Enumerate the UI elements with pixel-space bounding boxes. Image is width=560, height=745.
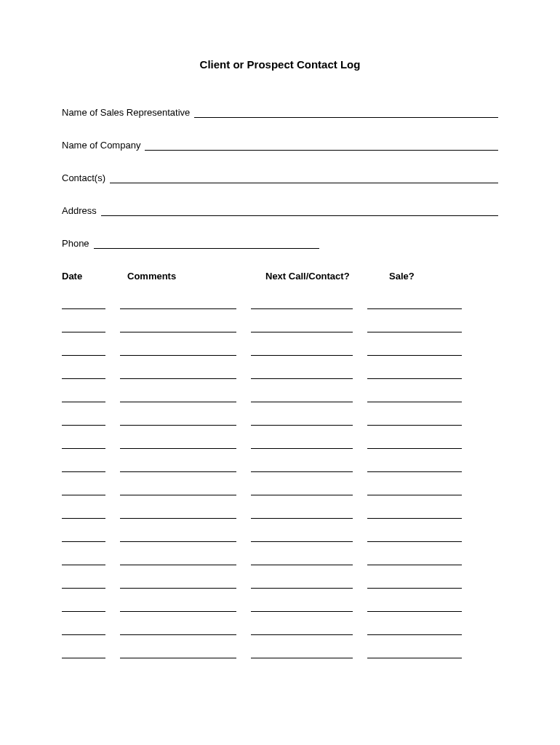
cell-comments[interactable] bbox=[120, 463, 236, 472]
table-row bbox=[62, 324, 498, 332]
address-field: Address bbox=[62, 205, 498, 216]
cell-sale[interactable] bbox=[367, 370, 462, 379]
cell-next[interactable] bbox=[251, 463, 353, 472]
cell-next[interactable] bbox=[251, 557, 353, 565]
cell-date[interactable] bbox=[62, 510, 105, 519]
cell-comments[interactable] bbox=[120, 603, 236, 612]
cell-comments[interactable] bbox=[120, 557, 236, 565]
cell-comments[interactable] bbox=[120, 347, 236, 356]
company-field: Name of Company bbox=[62, 140, 498, 151]
cell-sale[interactable] bbox=[367, 487, 462, 495]
cell-comments[interactable] bbox=[120, 440, 236, 449]
company-label: Name of Company bbox=[62, 140, 140, 151]
cell-next[interactable] bbox=[251, 324, 353, 332]
cell-next[interactable] bbox=[251, 626, 353, 635]
cell-comments[interactable] bbox=[120, 487, 236, 495]
table-row bbox=[62, 370, 498, 379]
address-line[interactable] bbox=[101, 206, 498, 216]
cell-next[interactable] bbox=[251, 650, 353, 658]
header-comments: Comments bbox=[127, 271, 265, 282]
address-label: Address bbox=[62, 205, 97, 216]
table-row bbox=[62, 533, 498, 542]
contacts-field: Contact(s) bbox=[62, 172, 498, 183]
cell-next[interactable] bbox=[251, 603, 353, 612]
cell-next[interactable] bbox=[251, 394, 353, 402]
company-line[interactable] bbox=[145, 140, 498, 151]
cell-date[interactable] bbox=[62, 440, 105, 449]
cell-sale[interactable] bbox=[367, 347, 462, 356]
table-row bbox=[62, 300, 498, 309]
sales-rep-line[interactable] bbox=[194, 108, 498, 118]
table-row bbox=[62, 580, 498, 589]
cell-comments[interactable] bbox=[120, 510, 236, 519]
phone-field: Phone bbox=[62, 238, 498, 249]
header-next: Next Call/Contact? bbox=[265, 271, 389, 282]
cell-comments[interactable] bbox=[120, 324, 236, 332]
table-body bbox=[62, 300, 498, 658]
cell-comments[interactable] bbox=[120, 580, 236, 589]
table-row bbox=[62, 463, 498, 472]
header-date: Date bbox=[62, 271, 127, 282]
cell-next[interactable] bbox=[251, 580, 353, 589]
cell-next[interactable] bbox=[251, 300, 353, 309]
header-sale: Sale? bbox=[389, 271, 484, 282]
cell-date[interactable] bbox=[62, 394, 105, 402]
cell-sale[interactable] bbox=[367, 557, 462, 565]
cell-sale[interactable] bbox=[367, 440, 462, 449]
cell-date[interactable] bbox=[62, 626, 105, 635]
cell-sale[interactable] bbox=[367, 463, 462, 472]
cell-sale[interactable] bbox=[367, 394, 462, 402]
cell-date[interactable] bbox=[62, 603, 105, 612]
table-row bbox=[62, 557, 498, 565]
cell-next[interactable] bbox=[251, 440, 353, 449]
page-title: Client or Prospect Contact Log bbox=[62, 58, 498, 71]
cell-date[interactable] bbox=[62, 487, 105, 495]
cell-next[interactable] bbox=[251, 510, 353, 519]
cell-sale[interactable] bbox=[367, 324, 462, 332]
cell-next[interactable] bbox=[251, 347, 353, 356]
table-header: Date Comments Next Call/Contact? Sale? bbox=[62, 271, 498, 282]
cell-date[interactable] bbox=[62, 417, 105, 426]
cell-next[interactable] bbox=[251, 417, 353, 426]
cell-comments[interactable] bbox=[120, 394, 236, 402]
cell-sale[interactable] bbox=[367, 650, 462, 658]
table-row bbox=[62, 650, 498, 658]
contacts-label: Contact(s) bbox=[62, 172, 105, 183]
cell-date[interactable] bbox=[62, 300, 105, 309]
cell-sale[interactable] bbox=[367, 626, 462, 635]
cell-date[interactable] bbox=[62, 650, 105, 658]
cell-date[interactable] bbox=[62, 370, 105, 379]
cell-comments[interactable] bbox=[120, 533, 236, 542]
cell-date[interactable] bbox=[62, 463, 105, 472]
cell-date[interactable] bbox=[62, 533, 105, 542]
cell-sale[interactable] bbox=[367, 510, 462, 519]
cell-sale[interactable] bbox=[367, 417, 462, 426]
cell-comments[interactable] bbox=[120, 300, 236, 309]
cell-sale[interactable] bbox=[367, 603, 462, 612]
cell-comments[interactable] bbox=[120, 650, 236, 658]
contacts-line[interactable] bbox=[110, 173, 498, 183]
cell-sale[interactable] bbox=[367, 300, 462, 309]
table-row bbox=[62, 487, 498, 495]
sales-rep-label: Name of Sales Representative bbox=[62, 107, 190, 118]
cell-sale[interactable] bbox=[367, 580, 462, 589]
table-row bbox=[62, 603, 498, 612]
cell-next[interactable] bbox=[251, 370, 353, 379]
cell-next[interactable] bbox=[251, 533, 353, 542]
table-row bbox=[62, 626, 498, 635]
phone-line[interactable] bbox=[94, 239, 319, 249]
table-row bbox=[62, 440, 498, 449]
cell-next[interactable] bbox=[251, 487, 353, 495]
cell-sale[interactable] bbox=[367, 533, 462, 542]
cell-date[interactable] bbox=[62, 347, 105, 356]
sales-rep-field: Name of Sales Representative bbox=[62, 107, 498, 118]
cell-comments[interactable] bbox=[120, 370, 236, 379]
cell-date[interactable] bbox=[62, 557, 105, 565]
cell-date[interactable] bbox=[62, 580, 105, 589]
cell-comments[interactable] bbox=[120, 626, 236, 635]
phone-label: Phone bbox=[62, 238, 89, 249]
cell-date[interactable] bbox=[62, 324, 105, 332]
table-row bbox=[62, 510, 498, 519]
table-row bbox=[62, 417, 498, 426]
cell-comments[interactable] bbox=[120, 417, 236, 426]
